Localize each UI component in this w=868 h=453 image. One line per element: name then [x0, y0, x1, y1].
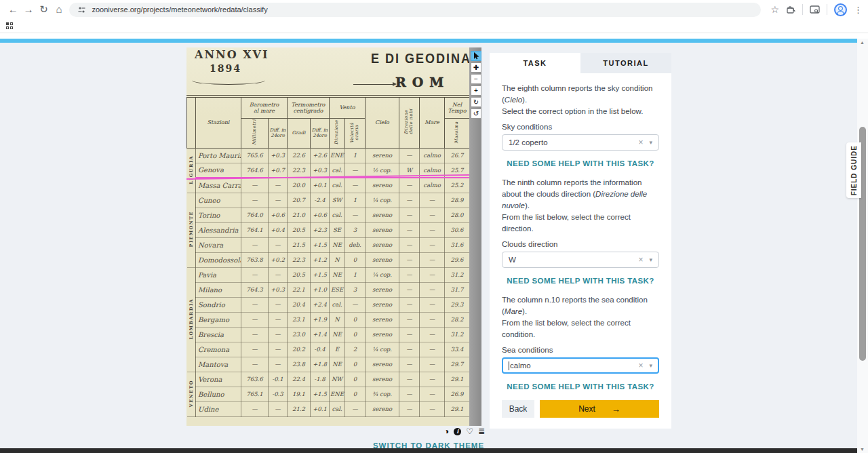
browser-chrome: ← → ↻ ⌂ zooniverse.org/projects/meteonet…: [0, 0, 868, 39]
station-cell: Novara: [196, 237, 241, 252]
station-cell: Udine: [196, 401, 241, 416]
table-row: VENETO Verona 763.6-0.1 22.4-1.8 NW0 ser…: [187, 372, 470, 387]
station-cell: Cremona: [196, 342, 241, 357]
chevron-down-icon[interactable]: ▾: [649, 257, 652, 263]
task-instruction-sky: The eighth column reports the sky condit…: [502, 83, 659, 117]
subject-info-icon[interactable]: i: [454, 428, 461, 435]
col-header-nel-tempo: Nel Tempo: [445, 96, 469, 118]
brace-ornament: [192, 76, 265, 85]
table-row: Milano 764.3+0.3 22.1+1.0 ESE3 sereno— —…: [187, 282, 470, 297]
col-header-velocita: Velocità oraria: [345, 118, 366, 148]
move-tool-button[interactable]: ✚: [471, 62, 481, 73]
region-label: LIGURIA: [187, 148, 196, 193]
zoom-in-button[interactable]: +: [471, 85, 481, 96]
station-cell: Milano: [196, 282, 241, 297]
station-cell: Massa Carrara: [196, 178, 241, 193]
menu-icon[interactable]: ⋮: [854, 5, 863, 15]
clear-icon[interactable]: ×: [638, 138, 643, 146]
back-button[interactable]: ←: [5, 1, 21, 18]
favorite-heart-icon[interactable]: ♡: [466, 427, 473, 435]
table-row: Torino 764.0+0.6 21.0+0.6 cal.— sereno— …: [187, 208, 470, 222]
table-row: Sondrio —— 20.4+2.4 cal.— sereno— —29.3: [187, 297, 470, 312]
home-button[interactable]: ⌂: [52, 1, 67, 18]
metadata-list-icon[interactable]: ≣: [478, 427, 485, 435]
col-header-millimetri: Millimetri: [241, 118, 269, 148]
apps-grid-icon[interactable]: [6, 22, 13, 29]
selected-value: 1/2 coperto: [509, 138, 638, 146]
footer-bar: [0, 448, 857, 453]
panel-tabs: TASK TUTORIAL: [490, 53, 671, 73]
chevron-down-icon[interactable]: ▾: [649, 363, 652, 369]
document-city: ROM: [395, 75, 450, 90]
cursor-icon: [473, 52, 479, 60]
arrow-line: [353, 84, 395, 85]
next-button[interactable]: Next→: [540, 400, 659, 418]
station-cell: Alessandria: [196, 222, 241, 237]
tab-task[interactable]: TASK: [490, 53, 580, 73]
profile-avatar[interactable]: [834, 3, 847, 16]
table-row: PIEMONTE Cuneo —— 20.7-2.4 SW1 ¼ cop.— —…: [187, 193, 470, 208]
help-link[interactable]: NEED SOME HELP WITH THIS TASK?: [502, 277, 659, 285]
reload-button[interactable]: ↻: [36, 1, 52, 18]
scroll-down-arrow[interactable]: ▼: [860, 447, 865, 452]
site-info-icon[interactable]: [77, 5, 86, 14]
forward-button[interactable]: →: [21, 1, 37, 18]
col-header-termometro: Termometrocentigrado: [288, 96, 330, 118]
clear-icon[interactable]: ×: [638, 361, 643, 370]
table-row: Brescia —— 23.0+1.4 NE0 sereno— —31.2: [187, 327, 470, 342]
document-masthead: ANNO XVI 1894 E DI GEODINA ROM: [186, 47, 469, 95]
zoom-out-button[interactable]: −: [471, 74, 481, 84]
help-link[interactable]: NEED SOME HELP WITH THIS TASK?: [502, 159, 659, 168]
selected-value: calmo: [510, 361, 531, 370]
tab-tutorial[interactable]: TUTORIAL: [580, 53, 671, 73]
col-header-gradi: Gradi: [288, 118, 311, 148]
weather-table: Stazioni Barometroal mare Termometrocent…: [186, 95, 469, 417]
url-bar[interactable]: zooniverse.org/projects/meteonetwork/red…: [69, 3, 761, 17]
help-link[interactable]: NEED SOME HELP WITH THIS TASK?: [502, 382, 659, 391]
document-title: E DI GEODINA: [371, 50, 469, 66]
clear-icon[interactable]: ×: [638, 256, 643, 264]
reset-icon: ↺: [473, 111, 479, 117]
subject-image[interactable]: ANNO XVI 1894 E DI GEODINA ROM Stazioni …: [186, 47, 469, 426]
table-row: Alessandria 764.1+0.4 20.5+2.3 SE3 seren…: [187, 222, 470, 237]
sea-conditions-select[interactable]: calmo ×▾: [502, 357, 659, 374]
minus-icon: −: [474, 76, 478, 83]
region-col-header: [187, 96, 196, 148]
region-label: PIEMONTE: [187, 193, 196, 267]
task-panel: TASK TUTORIAL The eighth column reports …: [490, 53, 671, 429]
station-cell: Belluno: [196, 387, 241, 401]
chevron-down-icon[interactable]: ▾: [649, 140, 652, 146]
field-guide-button[interactable]: FIELD GUIDE: [846, 142, 861, 198]
document-year: 1894: [210, 63, 241, 74]
side-panel-icon[interactable]: [810, 5, 820, 14]
col-header-nubi: Direzione delle nubi: [399, 96, 420, 148]
table-row: LOMBARDIA Pavia —— 20.5+1.5 NE1 ¼ cop.— …: [187, 267, 470, 282]
sky-conditions-select[interactable]: 1/2 coperto ×▾: [502, 134, 659, 151]
extensions-icon[interactable]: [786, 5, 795, 14]
invert-colors-icon[interactable]: ◑: [444, 427, 449, 435]
rotate-button[interactable]: ↻: [471, 97, 481, 107]
table-row: Belluno 765.1-0.3 19.1+1.5 ENE0 ¾ cop.— …: [187, 387, 470, 401]
table-row: Novara —— 21.5+1.5 NEdeb. sereno— —31.6: [187, 237, 470, 252]
bookmark-star-icon[interactable]: ☆: [770, 4, 779, 15]
arrow-right-icon: →: [612, 404, 620, 414]
scroll-up-arrow[interactable]: ▲: [860, 40, 865, 45]
station-cell: Pavia: [196, 267, 241, 282]
col-header-vento: Vento: [330, 96, 366, 118]
field-label-sea: Sea conditions: [502, 346, 659, 354]
clouds-direction-select[interactable]: W ×▾: [502, 252, 659, 268]
page-scrollbar[interactable]: ▲ ▼: [857, 39, 868, 453]
text-cursor: [509, 361, 509, 370]
annotate-tool-button[interactable]: [471, 51, 481, 61]
divider: [827, 4, 827, 15]
reset-button[interactable]: ↺: [471, 109, 481, 119]
station-cell: Bergamo: [196, 312, 241, 327]
station-cell: Domodossola: [196, 252, 241, 267]
station-cell: Verona: [196, 372, 241, 387]
station-cell: Brescia: [196, 327, 241, 342]
field-guide-label: FIELD GUIDE: [850, 145, 858, 195]
col-header-stazioni: Stazioni: [196, 96, 241, 148]
col-header-barometro: Barometroal mare: [241, 96, 288, 118]
table-row: Bergamo —— 23.1+1.9 N0 sereno— —28.2: [187, 312, 470, 327]
back-task-button[interactable]: Back: [502, 400, 534, 418]
